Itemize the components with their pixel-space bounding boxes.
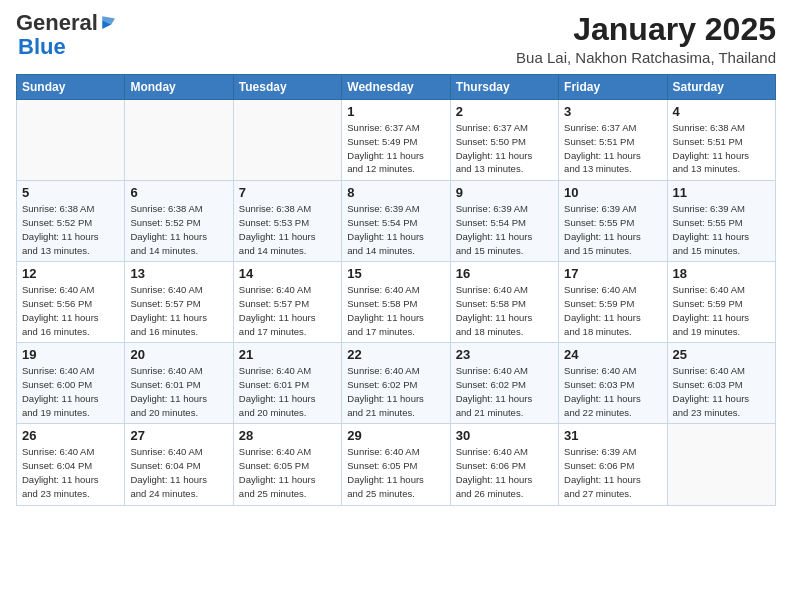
page: General Blue January 2025 Bua Lai, Nakho… <box>0 0 792 612</box>
day-header-thursday: Thursday <box>450 75 558 100</box>
day-number: 24 <box>564 347 661 362</box>
calendar-cell: 14Sunrise: 6:40 AM Sunset: 5:57 PM Dayli… <box>233 262 341 343</box>
day-info: Sunrise: 6:39 AM Sunset: 5:54 PM Dayligh… <box>347 202 444 257</box>
calendar-cell <box>667 424 775 505</box>
logo-text: General <box>16 12 118 34</box>
day-info: Sunrise: 6:40 AM Sunset: 6:04 PM Dayligh… <box>22 445 119 500</box>
day-info: Sunrise: 6:39 AM Sunset: 5:55 PM Dayligh… <box>673 202 770 257</box>
calendar-cell: 6Sunrise: 6:38 AM Sunset: 5:52 PM Daylig… <box>125 181 233 262</box>
day-info: Sunrise: 6:39 AM Sunset: 5:55 PM Dayligh… <box>564 202 661 257</box>
week-row-1: 1Sunrise: 6:37 AM Sunset: 5:49 PM Daylig… <box>17 100 776 181</box>
day-info: Sunrise: 6:39 AM Sunset: 6:06 PM Dayligh… <box>564 445 661 500</box>
day-info: Sunrise: 6:40 AM Sunset: 5:59 PM Dayligh… <box>673 283 770 338</box>
calendar-cell: 28Sunrise: 6:40 AM Sunset: 6:05 PM Dayli… <box>233 424 341 505</box>
day-number: 3 <box>564 104 661 119</box>
day-info: Sunrise: 6:38 AM Sunset: 5:52 PM Dayligh… <box>130 202 227 257</box>
day-info: Sunrise: 6:40 AM Sunset: 6:05 PM Dayligh… <box>347 445 444 500</box>
day-number: 28 <box>239 428 336 443</box>
calendar-cell: 10Sunrise: 6:39 AM Sunset: 5:55 PM Dayli… <box>559 181 667 262</box>
day-number: 26 <box>22 428 119 443</box>
calendar-cell: 4Sunrise: 6:38 AM Sunset: 5:51 PM Daylig… <box>667 100 775 181</box>
day-info: Sunrise: 6:39 AM Sunset: 5:54 PM Dayligh… <box>456 202 553 257</box>
calendar-cell: 19Sunrise: 6:40 AM Sunset: 6:00 PM Dayli… <box>17 343 125 424</box>
calendar-cell: 16Sunrise: 6:40 AM Sunset: 5:58 PM Dayli… <box>450 262 558 343</box>
day-number: 27 <box>130 428 227 443</box>
calendar-cell <box>233 100 341 181</box>
day-number: 11 <box>673 185 770 200</box>
location-title: Bua Lai, Nakhon Ratchasima, Thailand <box>516 49 776 66</box>
day-info: Sunrise: 6:40 AM Sunset: 5:56 PM Dayligh… <box>22 283 119 338</box>
calendar-cell: 3Sunrise: 6:37 AM Sunset: 5:51 PM Daylig… <box>559 100 667 181</box>
day-info: Sunrise: 6:37 AM Sunset: 5:50 PM Dayligh… <box>456 121 553 176</box>
day-number: 5 <box>22 185 119 200</box>
day-number: 12 <box>22 266 119 281</box>
day-info: Sunrise: 6:38 AM Sunset: 5:53 PM Dayligh… <box>239 202 336 257</box>
calendar-cell <box>17 100 125 181</box>
day-number: 31 <box>564 428 661 443</box>
logo-general: General <box>16 12 98 34</box>
day-info: Sunrise: 6:40 AM Sunset: 6:02 PM Dayligh… <box>347 364 444 419</box>
calendar-table: SundayMondayTuesdayWednesdayThursdayFrid… <box>16 74 776 505</box>
day-number: 2 <box>456 104 553 119</box>
day-number: 22 <box>347 347 444 362</box>
day-info: Sunrise: 6:37 AM Sunset: 5:51 PM Dayligh… <box>564 121 661 176</box>
day-number: 6 <box>130 185 227 200</box>
calendar-cell: 13Sunrise: 6:40 AM Sunset: 5:57 PM Dayli… <box>125 262 233 343</box>
day-number: 14 <box>239 266 336 281</box>
day-info: Sunrise: 6:40 AM Sunset: 5:59 PM Dayligh… <box>564 283 661 338</box>
day-number: 9 <box>456 185 553 200</box>
calendar-cell: 22Sunrise: 6:40 AM Sunset: 6:02 PM Dayli… <box>342 343 450 424</box>
day-number: 21 <box>239 347 336 362</box>
day-header-monday: Monday <box>125 75 233 100</box>
calendar-cell <box>125 100 233 181</box>
day-number: 1 <box>347 104 444 119</box>
day-info: Sunrise: 6:40 AM Sunset: 5:58 PM Dayligh… <box>347 283 444 338</box>
calendar-cell: 27Sunrise: 6:40 AM Sunset: 6:04 PM Dayli… <box>125 424 233 505</box>
day-header-friday: Friday <box>559 75 667 100</box>
day-number: 18 <box>673 266 770 281</box>
calendar-cell: 1Sunrise: 6:37 AM Sunset: 5:49 PM Daylig… <box>342 100 450 181</box>
day-info: Sunrise: 6:40 AM Sunset: 6:05 PM Dayligh… <box>239 445 336 500</box>
day-header-saturday: Saturday <box>667 75 775 100</box>
header: General Blue January 2025 Bua Lai, Nakho… <box>16 12 776 66</box>
week-row-5: 26Sunrise: 6:40 AM Sunset: 6:04 PM Dayli… <box>17 424 776 505</box>
day-info: Sunrise: 6:40 AM Sunset: 6:01 PM Dayligh… <box>130 364 227 419</box>
calendar-cell: 12Sunrise: 6:40 AM Sunset: 5:56 PM Dayli… <box>17 262 125 343</box>
calendar-cell: 2Sunrise: 6:37 AM Sunset: 5:50 PM Daylig… <box>450 100 558 181</box>
day-info: Sunrise: 6:40 AM Sunset: 6:03 PM Dayligh… <box>564 364 661 419</box>
day-number: 16 <box>456 266 553 281</box>
calendar-cell: 21Sunrise: 6:40 AM Sunset: 6:01 PM Dayli… <box>233 343 341 424</box>
day-info: Sunrise: 6:40 AM Sunset: 6:00 PM Dayligh… <box>22 364 119 419</box>
calendar-cell: 9Sunrise: 6:39 AM Sunset: 5:54 PM Daylig… <box>450 181 558 262</box>
calendar-cell: 7Sunrise: 6:38 AM Sunset: 5:53 PM Daylig… <box>233 181 341 262</box>
day-info: Sunrise: 6:40 AM Sunset: 6:06 PM Dayligh… <box>456 445 553 500</box>
logo: General Blue <box>16 12 118 60</box>
week-row-4: 19Sunrise: 6:40 AM Sunset: 6:00 PM Dayli… <box>17 343 776 424</box>
day-number: 10 <box>564 185 661 200</box>
day-number: 25 <box>673 347 770 362</box>
calendar-cell: 15Sunrise: 6:40 AM Sunset: 5:58 PM Dayli… <box>342 262 450 343</box>
day-number: 13 <box>130 266 227 281</box>
day-number: 19 <box>22 347 119 362</box>
day-number: 17 <box>564 266 661 281</box>
calendar-cell: 18Sunrise: 6:40 AM Sunset: 5:59 PM Dayli… <box>667 262 775 343</box>
calendar-cell: 11Sunrise: 6:39 AM Sunset: 5:55 PM Dayli… <box>667 181 775 262</box>
calendar-cell: 29Sunrise: 6:40 AM Sunset: 6:05 PM Dayli… <box>342 424 450 505</box>
day-info: Sunrise: 6:38 AM Sunset: 5:51 PM Dayligh… <box>673 121 770 176</box>
calendar-cell: 5Sunrise: 6:38 AM Sunset: 5:52 PM Daylig… <box>17 181 125 262</box>
calendar-cell: 31Sunrise: 6:39 AM Sunset: 6:06 PM Dayli… <box>559 424 667 505</box>
title-block: January 2025 Bua Lai, Nakhon Ratchasima,… <box>516 12 776 66</box>
day-number: 23 <box>456 347 553 362</box>
day-number: 4 <box>673 104 770 119</box>
week-row-2: 5Sunrise: 6:38 AM Sunset: 5:52 PM Daylig… <box>17 181 776 262</box>
calendar-cell: 26Sunrise: 6:40 AM Sunset: 6:04 PM Dayli… <box>17 424 125 505</box>
day-number: 8 <box>347 185 444 200</box>
calendar-cell: 24Sunrise: 6:40 AM Sunset: 6:03 PM Dayli… <box>559 343 667 424</box>
day-header-wednesday: Wednesday <box>342 75 450 100</box>
day-number: 7 <box>239 185 336 200</box>
month-title: January 2025 <box>516 12 776 47</box>
day-number: 15 <box>347 266 444 281</box>
calendar-cell: 25Sunrise: 6:40 AM Sunset: 6:03 PM Dayli… <box>667 343 775 424</box>
calendar-cell: 20Sunrise: 6:40 AM Sunset: 6:01 PM Dayli… <box>125 343 233 424</box>
calendar-cell: 8Sunrise: 6:39 AM Sunset: 5:54 PM Daylig… <box>342 181 450 262</box>
